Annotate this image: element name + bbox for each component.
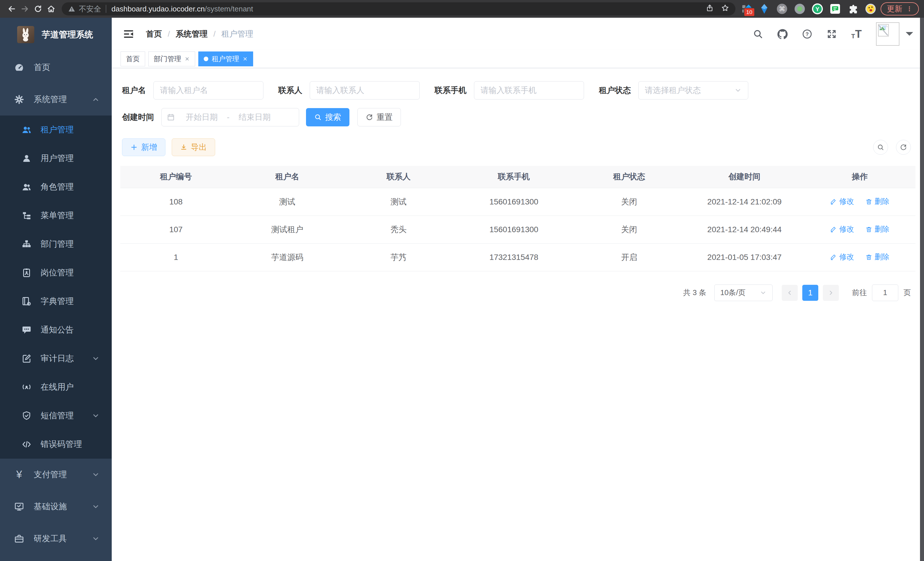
trash-icon (866, 254, 872, 260)
delete-link[interactable]: 删除 (866, 196, 890, 206)
breadcrumb-home[interactable]: 首页 (146, 29, 162, 39)
sidebar-item-tenant[interactable]: 租户管理 (0, 116, 112, 144)
status-select-placeholder: 请选择租户状态 (645, 85, 701, 96)
close-icon[interactable] (243, 56, 248, 62)
extension-y-icon[interactable]: Y (812, 3, 823, 14)
col-status: 租户状态 (573, 166, 685, 188)
page-number-current[interactable]: 1 (802, 285, 818, 301)
sidebar-item-dept[interactable]: 部门管理 (0, 230, 112, 259)
cell-actions: 修改 删除 (804, 243, 915, 271)
font-size-icon[interactable]: TT (851, 29, 862, 39)
id-badge-icon (21, 267, 32, 278)
share-icon[interactable] (706, 4, 714, 14)
sidebar-item-audit-log[interactable]: 审计日志 (0, 344, 112, 373)
extension-dot-icon[interactable] (794, 3, 805, 14)
help-icon[interactable]: ? (802, 29, 812, 39)
tenant-name-input[interactable] (153, 81, 263, 99)
close-icon[interactable] (184, 56, 190, 62)
fullscreen-icon[interactable] (826, 29, 837, 39)
prev-page-button[interactable] (782, 285, 798, 301)
tab-dept[interactable]: 部门管理 (148, 51, 195, 66)
extension-emoji-icon[interactable] (865, 3, 876, 14)
sidebar-fold-icon[interactable] (123, 28, 135, 40)
date-range-picker[interactable]: - (161, 108, 299, 126)
sidebar-item-menu[interactable]: 菜单管理 (0, 201, 112, 230)
active-tab-dot (204, 57, 208, 61)
edit-link[interactable]: 修改 (830, 196, 854, 206)
extension-badge: 10 (744, 8, 755, 17)
browser-forward-icon[interactable] (18, 2, 32, 15)
status-select[interactable]: 请选择租户状态 (638, 81, 748, 99)
sidebar-item-sms[interactable]: 短信管理 (0, 402, 112, 430)
app-logo-row[interactable]: 芋道管理系统 (0, 18, 112, 51)
chevron-left-icon (786, 289, 793, 296)
page-size-select[interactable]: 10条/页 (714, 284, 772, 301)
browser-back-icon[interactable] (5, 2, 18, 15)
created-time-label: 创建时间 (122, 112, 154, 123)
goto-page-input[interactable] (872, 284, 898, 301)
next-page-button[interactable] (823, 285, 839, 301)
sidebar-item-post[interactable]: 岗位管理 (0, 259, 112, 287)
contact-input[interactable] (310, 81, 420, 99)
refresh-table-button[interactable] (896, 140, 911, 155)
tab-home[interactable]: 首页 (121, 51, 145, 66)
svg-text:?: ? (806, 31, 809, 37)
search-icon (877, 144, 884, 151)
sidebar-item-dict[interactable]: 字典管理 (0, 287, 112, 316)
extension-kite-icon[interactable] (759, 3, 770, 14)
browser-reload-icon[interactable] (32, 2, 45, 15)
extension-chat-icon[interactable] (830, 3, 841, 14)
edit-label: 修改 (839, 252, 854, 262)
pencil-icon (830, 198, 837, 205)
sidebar-item-devtools[interactable]: 研发工具 (0, 523, 112, 555)
users-icon (21, 124, 32, 135)
sidebar-item-system[interactable]: 系统管理 (0, 83, 112, 116)
extension-grid-icon[interactable]: 10 (741, 3, 752, 14)
sidebar-item-pay[interactable]: ¥ 支付管理 (0, 459, 112, 491)
breadcrumb-system[interactable]: 系统管理 (176, 29, 208, 39)
sidebar-item-infra[interactable]: 基础设施 (0, 491, 112, 523)
screen: 不安全 dashboard.yudao.iocoder.cn /system/t… (0, 0, 924, 561)
sidebar-item-home[interactable]: 首页 (0, 51, 112, 83)
cell-actions: 修改 删除 (804, 188, 915, 216)
col-tenant-id: 租户编号 (120, 166, 232, 188)
delete-link[interactable]: 删除 (866, 252, 890, 262)
toggle-search-button[interactable] (873, 140, 888, 155)
browser-home-icon[interactable] (45, 2, 58, 15)
tab-tenant[interactable]: 租户管理 (198, 51, 253, 66)
extension-puzzle-icon[interactable] (848, 3, 858, 14)
sidebar-item-role[interactable]: 角色管理 (0, 173, 112, 201)
sidebar-item-user[interactable]: 用户管理 (0, 144, 112, 173)
bookmark-star-icon[interactable] (721, 4, 729, 14)
scrollbar[interactable] (920, 18, 924, 561)
phone-input[interactable] (474, 81, 584, 99)
end-date-input[interactable] (231, 113, 279, 122)
chevron-down-icon (734, 87, 742, 94)
add-button[interactable]: 新增 (122, 138, 165, 156)
sidebar-item-label: 短信管理 (40, 410, 74, 421)
extension-command-icon[interactable]: ⌘ (777, 3, 788, 14)
sidebar-item-notice[interactable]: 通知公告 (0, 316, 112, 344)
browser-update-button[interactable]: 更新 (880, 2, 919, 15)
delete-label: 删除 (874, 252, 890, 262)
sidebar-item-online-users[interactable]: 在线用户 (0, 373, 112, 402)
breadcrumb-current: 租户管理 (221, 29, 254, 39)
sidebar-item-label: 审计日志 (40, 353, 74, 364)
export-button[interactable]: 导出 (172, 138, 215, 156)
edit-link[interactable]: 修改 (830, 252, 854, 262)
goto-label: 前往 (852, 288, 867, 298)
start-date-input[interactable] (178, 113, 226, 122)
edit-link[interactable]: 修改 (830, 224, 854, 234)
delete-link[interactable]: 删除 (866, 224, 890, 234)
header-search-icon[interactable] (753, 29, 763, 39)
cell-tenant-id: 1 (120, 243, 232, 271)
github-icon[interactable] (777, 29, 788, 39)
search-button[interactable]: 搜索 (306, 108, 350, 126)
sidebar-item-errcode[interactable]: 错误码管理 (0, 430, 112, 459)
page-unit-label: 页 (903, 288, 911, 298)
status-label: 租户状态 (599, 85, 631, 96)
reset-button[interactable]: 重置 (357, 108, 401, 126)
pagination: 共 3 条 10条/页 1 前往 页 (120, 284, 915, 301)
user-menu[interactable] (876, 22, 913, 46)
address-bar[interactable]: 不安全 dashboard.yudao.iocoder.cn /system/t… (62, 2, 735, 15)
